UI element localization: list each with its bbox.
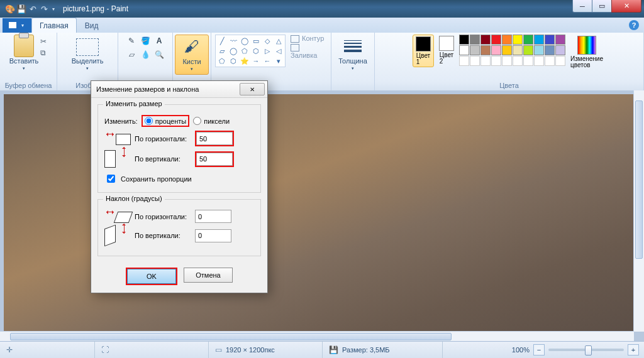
palette-swatch[interactable] — [523, 35, 533, 45]
close-button[interactable]: ✕ — [611, 0, 641, 13]
radio-pixels[interactable]: пиксели — [193, 117, 230, 125]
resize-legend: Изменить размер — [103, 100, 165, 107]
palette-swatch[interactable] — [480, 45, 491, 55]
fill-dropdown[interactable]: Заливка — [291, 43, 327, 59]
vert-input-highlight — [195, 151, 234, 167]
keep-aspect-checkbox[interactable] — [107, 175, 115, 183]
palette-swatch-empty[interactable] — [491, 56, 501, 66]
palette-swatch-empty[interactable] — [459, 56, 469, 66]
shapes-gallery[interactable]: ╱〰◯▭◇△ ▱◯⬠⬡▷◁ ⬠⬡⭐→←▾ — [215, 35, 286, 67]
palette-swatch-empty[interactable] — [513, 56, 523, 66]
shape-options: Контур Заливка — [291, 35, 327, 59]
resize-vert-input[interactable] — [196, 153, 233, 166]
palette-swatch[interactable] — [534, 35, 544, 45]
brush-icon: 🖌 — [182, 36, 202, 57]
palette-swatch-empty[interactable] — [523, 56, 533, 66]
vert-label: По вертикали: — [135, 155, 191, 163]
palette-swatch[interactable] — [459, 35, 469, 45]
maximize-button[interactable]: ▭ — [592, 0, 612, 13]
palette-swatch-empty[interactable] — [470, 56, 480, 66]
dialog-titlebar[interactable]: Изменение размеров и наклона ✕ — [91, 81, 267, 98]
palette-swatch[interactable] — [480, 35, 491, 45]
image-dims: 1920 × 1200пкс — [226, 346, 275, 354]
minimize-button[interactable]: ─ — [572, 0, 592, 13]
palette-swatch[interactable] — [545, 45, 555, 55]
palette-swatch[interactable] — [459, 45, 469, 55]
palette-swatch-empty[interactable] — [534, 56, 544, 66]
palette-swatch[interactable] — [523, 45, 533, 55]
by-label: Изменить: — [104, 117, 138, 125]
save-icon[interactable]: 💾 — [16, 4, 26, 14]
palette-swatch[interactable] — [513, 35, 523, 45]
palette-swatch-empty[interactable] — [480, 56, 491, 66]
zoom-out-button[interactable]: − — [533, 344, 545, 355]
zoom-in-button[interactable]: + — [628, 344, 639, 355]
eraser-icon[interactable]: ▱ — [125, 48, 138, 61]
palette-swatch[interactable] — [555, 35, 565, 45]
brushes-button[interactable]: 🖌 Кисти — [175, 35, 209, 75]
group-clipboard: Вставить ✂ ⧉ Буфер обмена — [0, 33, 57, 90]
palette-swatch[interactable] — [534, 45, 544, 55]
color2-button[interactable]: Цвет 2 — [436, 35, 457, 66]
clipboard-icon — [14, 35, 34, 57]
palette-swatch[interactable] — [555, 45, 565, 55]
filesize-icon: 💾 — [329, 345, 338, 354]
palette-swatch[interactable] — [470, 45, 480, 55]
paste-button[interactable]: Вставить — [10, 35, 38, 72]
palette-swatch-empty[interactable] — [545, 56, 555, 66]
resize-horiz-icon — [104, 133, 116, 136]
palette-swatch[interactable] — [491, 35, 501, 45]
bucket-icon[interactable]: 🪣 — [139, 35, 152, 47]
skew-horiz-icon — [104, 210, 116, 214]
skew-vert-input[interactable] — [195, 229, 231, 242]
vertical-scrollbar[interactable] — [633, 90, 644, 332]
resize-horiz-input[interactable] — [196, 132, 233, 145]
undo-icon[interactable]: ↶ — [28, 4, 38, 14]
picker-icon[interactable]: 💧 — [139, 48, 152, 61]
cut-icon[interactable]: ✂ — [40, 37, 47, 46]
color-palette[interactable] — [459, 35, 565, 66]
group-label-colors: Цвета — [379, 81, 640, 90]
redo-icon[interactable]: ↷ — [39, 4, 49, 14]
thickness-button[interactable]: Толщина — [339, 35, 367, 72]
palette-swatch-empty[interactable] — [555, 56, 565, 66]
radio-percent[interactable]: проценты — [145, 117, 187, 125]
resize-vert-icon — [122, 145, 126, 159]
outline-dropdown[interactable]: Контур — [291, 35, 327, 43]
group-label-clipboard: Буфер обмена — [4, 81, 53, 90]
palette-swatch[interactable] — [470, 35, 480, 45]
window-controls: ─ ▭ ✕ — [573, 0, 641, 13]
zoom-icon[interactable]: 🔍 — [153, 48, 165, 61]
selection-size-icon: ⛶ — [101, 345, 109, 354]
tab-view[interactable]: Вид — [77, 18, 107, 33]
copy-icon[interactable]: ⧉ — [40, 48, 47, 57]
ok-button[interactable]: OK — [127, 269, 176, 284]
status-bar: ✛ ⛶ ▭1920 × 1200пкс 💾Размер: 3,5МБ 100% … — [0, 341, 644, 358]
color2-swatch — [439, 36, 454, 51]
cancel-button[interactable]: Отмена — [184, 268, 233, 283]
qat-dropdown-icon[interactable]: ▾ — [50, 6, 57, 12]
horiz-label: По горизонтали: — [135, 135, 191, 143]
pencil-icon[interactable]: ✎ — [125, 35, 138, 47]
palette-swatch[interactable] — [502, 35, 512, 45]
color1-button[interactable]: Цвет 1 — [413, 35, 434, 67]
palette-swatch[interactable] — [545, 35, 555, 45]
palette-swatch[interactable] — [513, 45, 523, 55]
paint-app-icon: 🎨 — [5, 4, 15, 14]
palette-swatch[interactable] — [502, 45, 512, 55]
help-icon[interactable]: ? — [629, 20, 639, 30]
file-menu-button[interactable] — [3, 18, 31, 33]
select-button[interactable]: Выделить — [74, 35, 101, 72]
tab-main[interactable]: Главная — [31, 18, 77, 33]
skew-vert-icon — [122, 222, 126, 236]
palette-swatch-empty[interactable] — [502, 56, 512, 66]
dialog-close-button[interactable]: ✕ — [240, 83, 265, 95]
zoom-slider[interactable] — [548, 349, 624, 351]
skew-horiz-input[interactable] — [195, 210, 231, 223]
ribbon-tab-row: Главная Вид ? — [0, 18, 644, 33]
horizontal-scrollbar[interactable] — [0, 331, 634, 342]
text-icon[interactable]: A — [153, 35, 165, 47]
palette-swatch[interactable] — [491, 45, 501, 55]
edit-colors-button[interactable]: Изменение цветов — [568, 35, 606, 70]
dialog-title: Изменение размеров и наклона — [96, 85, 199, 93]
